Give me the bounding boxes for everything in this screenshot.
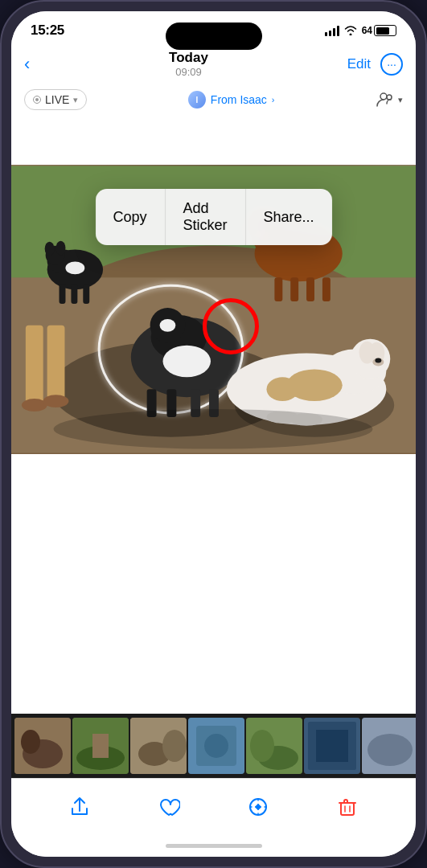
status-icons: 64 — [325, 24, 396, 38]
nav-title: Today — [169, 50, 208, 66]
nav-subtitle: 09:09 — [169, 66, 208, 78]
bottom-toolbar — [11, 778, 416, 834]
thumbnail-2[interactable] — [72, 718, 129, 774]
svg-point-74 — [256, 805, 261, 809]
thumbnail-3[interactable] — [130, 718, 187, 774]
thumbnail-4[interactable] — [188, 718, 244, 774]
svg-point-15 — [56, 241, 66, 256]
live-dot-icon — [33, 96, 41, 104]
svg-point-67 — [250, 730, 274, 762]
white-bottom-space — [11, 454, 416, 714]
from-label: From Isaac — [211, 93, 267, 106]
svg-rect-8 — [47, 326, 65, 405]
svg-point-55 — [21, 730, 40, 754]
phone-frame: 15:25 64 — [0, 0, 427, 868]
copy-button[interactable]: Copy — [95, 189, 165, 245]
live-badge[interactable]: LIVE ▾ — [24, 89, 87, 110]
share-button[interactable]: Share... — [246, 189, 332, 245]
share-icon — [68, 796, 91, 818]
live-chevron-icon: ▾ — [73, 95, 78, 105]
sender-avatar: I — [188, 91, 206, 108]
svg-point-34 — [163, 346, 211, 378]
svg-rect-58 — [92, 734, 109, 758]
svg-point-10 — [43, 395, 69, 407]
delete-button[interactable] — [331, 791, 363, 823]
svg-point-0 — [380, 93, 387, 100]
from-chevron-icon: › — [272, 95, 275, 104]
visual-lookup-button[interactable] — [242, 791, 274, 823]
svg-point-52 — [54, 409, 373, 449]
thumbnail-1[interactable] — [14, 718, 71, 774]
dogs-photo[interactable]: Copy Add Sticker Share... — [11, 165, 416, 454]
svg-point-64 — [204, 734, 228, 758]
add-sticker-button[interactable]: Add Sticker — [165, 189, 245, 245]
svg-rect-29 — [306, 277, 314, 301]
svg-rect-7 — [26, 326, 43, 405]
nav-actions: Edit ··· — [347, 53, 403, 76]
back-button[interactable]: ‹ — [24, 54, 30, 75]
svg-rect-30 — [322, 277, 331, 301]
person-icon — [376, 92, 395, 108]
svg-point-72 — [367, 734, 413, 766]
white-top-space — [11, 117, 416, 165]
svg-rect-19 — [83, 284, 89, 304]
photo-thumbnails — [11, 714, 416, 777]
wifi-icon — [344, 24, 357, 38]
svg-point-16 — [65, 261, 84, 274]
photo-toolbar: LIVE ▾ I From Isaac › ▾ — [11, 83, 416, 117]
photo-strip[interactable] — [11, 714, 416, 778]
phone-screen: 15:25 64 — [11, 11, 416, 857]
svg-rect-27 — [274, 277, 282, 301]
svg-point-47 — [375, 358, 381, 363]
share-button[interactable] — [64, 791, 96, 823]
live-label: LIVE — [45, 93, 69, 106]
signal-bars-icon — [325, 25, 339, 36]
trash-icon — [336, 796, 359, 818]
visual-lookup-icon — [247, 796, 269, 818]
nav-center: Today 09:09 — [169, 50, 208, 78]
svg-point-61 — [162, 730, 187, 762]
context-menu: Copy Add Sticker Share... — [95, 189, 331, 245]
from-badge[interactable]: I From Isaac › — [188, 91, 275, 108]
edit-button[interactable]: Edit — [347, 56, 371, 72]
battery-icon: 64 — [362, 25, 396, 36]
person-group[interactable]: ▾ — [376, 92, 403, 108]
more-button[interactable]: ··· — [380, 53, 403, 76]
thumbnail-7[interactable] — [362, 718, 416, 774]
dynamic-island — [166, 23, 262, 50]
svg-rect-28 — [290, 277, 298, 301]
svg-rect-75 — [341, 803, 354, 815]
svg-point-14 — [45, 242, 55, 256]
svg-point-49 — [266, 377, 298, 401]
status-time: 15:25 — [31, 23, 64, 39]
svg-rect-18 — [71, 284, 77, 304]
svg-point-45 — [359, 342, 376, 364]
svg-rect-70 — [316, 730, 348, 762]
main-content: Copy Add Sticker Share... — [11, 117, 416, 857]
heart-icon — [158, 796, 180, 818]
home-indicator — [11, 834, 416, 857]
thumbnail-6[interactable] — [304, 718, 360, 774]
battery-label: 64 — [362, 25, 372, 36]
ellipsis-icon: ··· — [387, 58, 396, 71]
favorite-button[interactable] — [153, 791, 185, 823]
svg-point-1 — [387, 95, 392, 100]
thumbnail-5[interactable] — [246, 718, 302, 774]
red-circle-highlight — [203, 298, 259, 354]
svg-point-35 — [160, 319, 176, 332]
svg-rect-17 — [60, 284, 66, 304]
photo-container: Copy Add Sticker Share... — [11, 165, 416, 454]
person-chevron-icon: ▾ — [398, 95, 403, 105]
home-bar — [166, 844, 262, 848]
